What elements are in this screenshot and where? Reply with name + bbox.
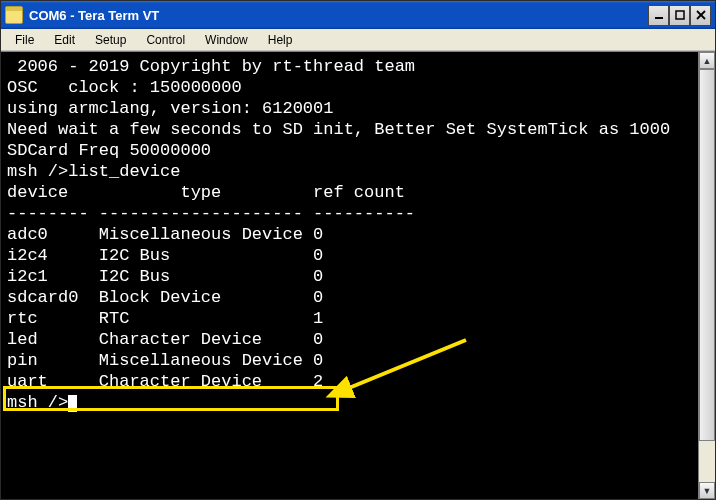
maximize-button[interactable]: [669, 5, 690, 26]
menu-setup[interactable]: Setup: [85, 31, 136, 49]
title-bar[interactable]: COM6 - Tera Term VT: [1, 1, 715, 29]
scroll-down-button[interactable]: ▼: [699, 482, 715, 499]
terminal-line: i2c4 I2C Bus 0: [7, 245, 692, 266]
scroll-track[interactable]: [699, 69, 715, 482]
terminal-line: -------- -------------------- ----------: [7, 203, 692, 224]
menu-window[interactable]: Window: [195, 31, 258, 49]
terminal-line: rtc RTC 1: [7, 308, 692, 329]
menu-help[interactable]: Help: [258, 31, 303, 49]
terminal-line: SDCard Freq 50000000: [7, 140, 692, 161]
terminal-prompt-line: msh />: [7, 392, 692, 413]
cursor: [68, 395, 77, 412]
terminal-line: uart Character Device 2: [7, 371, 692, 392]
svg-rect-0: [655, 17, 663, 19]
terminal-line: pin Miscellaneous Device 0: [7, 350, 692, 371]
window-frame: COM6 - Tera Term VT File Edit Setup Cont…: [0, 0, 716, 500]
window-buttons: [648, 5, 711, 26]
terminal-line: i2c1 I2C Bus 0: [7, 266, 692, 287]
menu-edit[interactable]: Edit: [44, 31, 85, 49]
terminal-line: 2006 - 2019 Copyright by rt-thread team: [7, 56, 692, 77]
menu-bar: File Edit Setup Control Window Help: [1, 29, 715, 51]
scroll-up-button[interactable]: ▲: [699, 52, 715, 69]
window-title: COM6 - Tera Term VT: [27, 8, 648, 23]
minimize-button[interactable]: [648, 5, 669, 26]
terminal-line: led Character Device 0: [7, 329, 692, 350]
terminal-area: 2006 - 2019 Copyright by rt-thread teamO…: [1, 51, 715, 499]
app-icon: [5, 6, 23, 24]
scroll-thumb[interactable]: [699, 69, 715, 441]
terminal-line: Need wait a few seconds to SD init, Bett…: [7, 119, 692, 140]
scrollbar: ▲ ▼: [698, 52, 715, 499]
terminal-line: OSC clock : 150000000: [7, 77, 692, 98]
menu-file[interactable]: File: [5, 31, 44, 49]
close-button[interactable]: [690, 5, 711, 26]
terminal-line: msh />list_device: [7, 161, 692, 182]
terminal-line: device type ref count: [7, 182, 692, 203]
svg-rect-1: [676, 11, 684, 19]
terminal-line: sdcard0 Block Device 0: [7, 287, 692, 308]
terminal-line: adc0 Miscellaneous Device 0: [7, 224, 692, 245]
menu-control[interactable]: Control: [136, 31, 195, 49]
terminal-line: using armclang, version: 6120001: [7, 98, 692, 119]
terminal-output[interactable]: 2006 - 2019 Copyright by rt-thread teamO…: [1, 52, 698, 499]
